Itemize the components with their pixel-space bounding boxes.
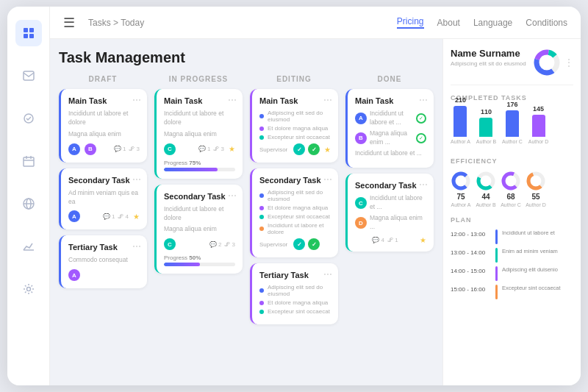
card-text2: Magna aliqua enim [164, 130, 235, 139]
task-item: Incididunt ut labore et dolore [259, 222, 331, 235]
card-meta: C 💬 1 🖇 3 ★ [164, 143, 235, 155]
nav-pricing[interactable]: Pricing [397, 16, 424, 29]
content-area: Task Management DRAFT ⋯ Main Task Incidi… [50, 39, 581, 385]
donut-item-a: 75 Author A [451, 171, 471, 207]
task-text: Incididunt ut labore et dolore [268, 222, 331, 235]
nav-language[interactable]: Language [473, 18, 512, 28]
card-menu-icon[interactable]: ⋯ [419, 179, 428, 190]
star-icon: ★ [324, 146, 331, 154]
dot-icon [259, 310, 264, 314]
svg-rect-3 [29, 34, 34, 38]
avatar: A [68, 269, 80, 281]
plan-item-1: 12:00 - 13:00 Incididunt ut labore et [451, 229, 573, 244]
card-draft-3: ⋯ Tertiary Task Commodo consequat A [59, 235, 147, 288]
profile-role: Adipiscing elit sit do eiusmod [451, 60, 526, 67]
task-item: Excepteur sint occaecat [259, 308, 331, 315]
column-header-inprogress: IN PROGRESS [154, 75, 243, 83]
donut-chart-d [526, 171, 546, 191]
plan-bar [495, 266, 498, 281]
donut-item-d: 55 Author D [526, 171, 546, 207]
card-title: Main Task [259, 96, 331, 105]
dot-icon [259, 135, 264, 140]
plan-section: PLAN 12:00 - 13:00 Incididunt ut labore … [451, 216, 573, 303]
card-menu-icon[interactable]: ⋯ [132, 95, 141, 105]
profile-info: Name Surname Adipiscing elit sit do eius… [451, 48, 526, 67]
bar [506, 110, 519, 137]
donut-item-b: 44 Author B [476, 171, 496, 207]
card-menu-icon[interactable]: ⋯ [132, 241, 141, 252]
card-menu-icon[interactable]: ⋯ [228, 190, 237, 201]
sidebar-icon-calendar[interactable] [15, 148, 42, 174]
card-menu-icon[interactable]: ⋯ [228, 95, 237, 105]
bar [453, 106, 467, 137]
dot-icon [259, 227, 264, 231]
star-icon: ★ [133, 213, 140, 221]
donut-row: 75 Author A 44 Author B [451, 171, 573, 207]
task-item: Excepteur sint occaecat [259, 213, 331, 220]
card-text: Incididunt ut labore et ... [370, 194, 426, 212]
card-text2: Magna aliqua enim [164, 225, 235, 234]
card-icons: 💬 4 🖇 1 [372, 237, 398, 243]
supervisor-row: Supervisor ✓ ✓ [259, 238, 331, 250]
task-text: Excepteur sint occaecat [268, 213, 330, 220]
card-title: Tertiary Task [68, 243, 140, 252]
task-item: Et dolore magna aliqua [259, 204, 331, 211]
svg-rect-4 [24, 71, 34, 80]
nav-conditions[interactable]: Conditions [526, 18, 567, 28]
sidebar-icon-grid[interactable] [15, 20, 42, 46]
card-menu-icon[interactable]: ⋯ [419, 95, 428, 105]
dot-icon [259, 301, 264, 305]
card-title: Main Task [68, 96, 140, 105]
star-icon: ★ [420, 236, 426, 244]
bar-value: 145 [533, 105, 544, 113]
svg-rect-6 [24, 157, 34, 166]
task-item: Et dolore magna aliqua [259, 299, 331, 306]
bar-author: Author A [451, 139, 470, 144]
bar-chart: 210 Author A 110 Author B 176 Aut [451, 107, 573, 144]
avatar: ✓ [293, 143, 305, 155]
card-title: Secondary Task [164, 192, 235, 201]
card-draft-2: ⋯ Secondary Task Ad minim veniam quis ea… [59, 168, 147, 230]
card-icons: 💬 1 🖇 3 [198, 146, 224, 152]
card-icons: 💬 2 🖇 3 [209, 241, 235, 248]
plan-item-3: 14:00 - 15:00 Adipiscing elit duisenio [451, 266, 573, 281]
sidebar [7, 7, 50, 385]
column-done: DONE ⋯ Main Task A Incididunt ut labore … [345, 75, 434, 330]
panel-menu-icon[interactable]: ⋮ [564, 57, 573, 68]
avatar: A [355, 113, 367, 124]
sidebar-icon-gear[interactable] [15, 276, 42, 302]
task-item: Adipiscing elit sed do eiusmod [259, 284, 331, 297]
plan-bar [495, 248, 498, 263]
breadcrumb: Tasks > Today [88, 18, 390, 28]
card-ip-2: ⋯ Secondary Task Incididunt ut labore et… [154, 185, 243, 274]
sidebar-icon-check[interactable] [15, 105, 42, 132]
kanban-columns: DRAFT ⋯ Main Task Incididunt ut labore e… [59, 75, 434, 330]
sidebar-icon-mail[interactable] [15, 63, 42, 89]
donut-item-c: 68 Author C [501, 171, 521, 207]
card-menu-icon[interactable]: ⋯ [132, 174, 141, 185]
card-ip-1: ⋯ Main Task Incididunt ut labore et dolo… [154, 89, 243, 179]
card-menu-icon[interactable]: ⋯ [323, 95, 332, 105]
task-text: Et dolore magna aliqua [268, 299, 328, 306]
sidebar-icon-chart[interactable] [15, 233, 42, 260]
nav-about[interactable]: About [437, 18, 460, 28]
plan-text: Incididunt ut labore et [502, 229, 555, 244]
plan-text: Enim ad minim veniam [502, 248, 558, 263]
card-menu-icon[interactable]: ⋯ [323, 269, 332, 279]
avatar: C [164, 238, 176, 250]
card-done-1: ⋯ Main Task A Incididunt ut labore et ..… [345, 89, 434, 168]
profile-section: Name Surname Adipiscing elit sit do eius… [451, 48, 573, 85]
card-edit-1: ⋯ Main Task Adipiscing elit sed do eiusm… [250, 89, 338, 163]
main-content: ☰ Tasks > Today Pricing About Language C… [50, 7, 581, 385]
card-done-2: ⋯ Secondary Task C Incididunt ut labore … [345, 174, 434, 252]
card-menu-icon[interactable]: ⋯ [323, 174, 332, 185]
dot-icon [259, 193, 264, 198]
profile-donut-chart [532, 48, 562, 77]
card-meta: A [68, 269, 140, 281]
donut-value: 68 [506, 193, 514, 201]
card-text: Magna aliqua enim ... [370, 129, 413, 147]
sidebar-icon-globe[interactable] [15, 190, 42, 217]
menu-icon[interactable]: ☰ [63, 15, 75, 31]
bar-value: 110 [481, 108, 492, 115]
section-title-efficiency: EFFICIENCY [451, 157, 573, 165]
